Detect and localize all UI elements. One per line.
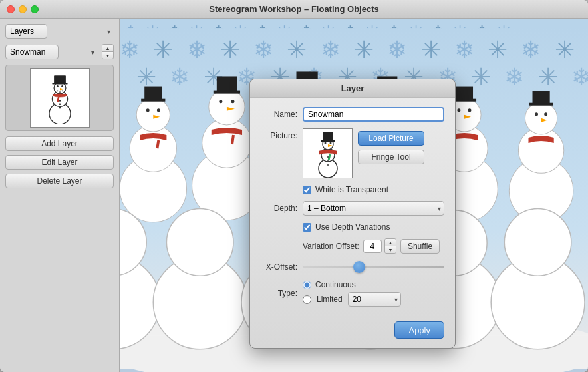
- layers-dropdown-wrapper: Layers: [5, 24, 114, 39]
- svg-point-83: [468, 108, 471, 112]
- minimize-button[interactable]: [19, 5, 27, 13]
- layer-stepper[interactable]: ▲ ▼: [102, 44, 114, 59]
- svg-point-90: [535, 112, 538, 116]
- type-continuous-radio[interactable]: [303, 281, 311, 289]
- maximize-button[interactable]: [31, 5, 39, 13]
- svg-text:❄: ❄: [170, 63, 190, 91]
- svg-point-13: [59, 107, 61, 109]
- svg-rect-4: [54, 75, 66, 83]
- layer-thumbnail: [30, 68, 90, 128]
- svg-rect-89: [533, 91, 550, 104]
- svg-point-50: [146, 108, 150, 112]
- use-depth-variations-row: Use Depth Variations: [261, 222, 444, 232]
- sidebar-buttons: Add Layer Edit Layer Delete Layer: [5, 136, 114, 188]
- svg-text:❄: ❄: [571, 63, 588, 91]
- svg-point-104: [504, 209, 571, 276]
- white-transparent-row: White is Transparent: [261, 185, 444, 194]
- delete-layer-button[interactable]: Delete Layer: [5, 174, 114, 188]
- layer-select[interactable]: Snowman: [5, 45, 59, 59]
- svg-text:✳: ✳: [287, 36, 307, 63]
- variation-offset-down[interactable]: ▼: [385, 246, 396, 253]
- variation-offset-stepper[interactable]: ▲ ▼: [384, 238, 396, 254]
- svg-point-111: [329, 142, 331, 144]
- type-continuous-row: Continuous: [303, 280, 401, 289]
- svg-text:✳: ✳: [153, 36, 173, 63]
- svg-point-110: [324, 142, 326, 144]
- svg-text:❄: ❄: [120, 36, 140, 63]
- use-depth-variations-checkbox[interactable]: [303, 223, 311, 232]
- layers-dropdown[interactable]: Layers: [5, 24, 47, 39]
- xoffset-slider-thumb[interactable]: [353, 261, 365, 273]
- svg-text:❄: ❄: [504, 63, 524, 91]
- svg-text:❄: ❄: [521, 36, 541, 63]
- type-limited-radio[interactable]: [303, 295, 311, 304]
- svg-text:❄: ❄: [387, 36, 407, 63]
- type-limited-row: Limited 20 10 30 50: [303, 292, 401, 307]
- picture-row: Picture:: [261, 128, 444, 178]
- picture-label: Picture:: [261, 128, 297, 140]
- svg-point-9: [59, 91, 61, 93]
- depth-select[interactable]: 1 – Bottom 2 3 4 5 – Top: [303, 201, 444, 216]
- svg-text:✳: ✳: [136, 63, 156, 91]
- main-area: Layers Snowman ▲ ▼: [0, 19, 588, 372]
- svg-text:✳: ✳: [471, 63, 491, 91]
- use-depth-variations-label: Use Depth Variations: [315, 222, 390, 232]
- shuffle-button[interactable]: Shuffle: [400, 239, 440, 254]
- svg-text:✳: ✳: [354, 36, 374, 63]
- variation-offset-stepper-wrapper: 4 ▲ ▼: [363, 238, 396, 254]
- svg-point-55: [209, 89, 245, 125]
- modal-content: Name: Picture:: [250, 98, 455, 316]
- svg-point-91: [544, 112, 547, 116]
- modal-title: Layer: [250, 79, 455, 98]
- depth-label: Depth:: [261, 204, 297, 213]
- fringe-tool-button[interactable]: Fringe Tool: [358, 150, 424, 164]
- edit-layer-button[interactable]: Edit Layer: [5, 155, 114, 170]
- picture-snowman-svg: [305, 128, 351, 178]
- type-options: Continuous Limited 20 10: [303, 280, 401, 307]
- type-continuous-label: Continuous: [315, 280, 356, 289]
- variation-offset-value: 4: [363, 240, 382, 253]
- apply-button[interactable]: Apply: [394, 321, 444, 339]
- svg-point-10: [61, 90, 63, 91]
- svg-point-8: [57, 90, 58, 91]
- svg-point-6: [61, 85, 63, 87]
- xoffset-label: X-Offset:: [261, 262, 297, 272]
- depth-select-wrapper: 1 – Bottom 2 3 4 5 – Top: [303, 201, 444, 216]
- limited-select[interactable]: 20 10 30 50: [348, 292, 401, 307]
- svg-text:❄: ❄: [187, 36, 207, 63]
- layer-select-wrapper: Snowman: [5, 45, 98, 59]
- name-label: Name:: [261, 110, 297, 119]
- svg-text:✳: ✳: [220, 36, 240, 63]
- variation-offset-up[interactable]: ▲: [385, 239, 396, 246]
- svg-point-5: [57, 85, 59, 87]
- xoffset-row: X-Offset:: [261, 260, 444, 274]
- name-input[interactable]: [303, 107, 444, 122]
- traffic-lights: [7, 5, 39, 13]
- svg-point-11: [59, 100, 61, 102]
- type-limited-label: Limited: [317, 295, 343, 304]
- type-label: Type:: [261, 289, 297, 298]
- svg-text:❄: ❄: [253, 36, 273, 63]
- layer-down-btn[interactable]: ▼: [102, 52, 113, 59]
- layer-up-btn[interactable]: ▲: [102, 45, 113, 51]
- layer-select-header: Snowman ▲ ▼: [5, 44, 114, 59]
- svg-rect-57: [217, 76, 237, 91]
- snowman-thumbnail-svg: [33, 71, 86, 124]
- xoffset-slider[interactable]: [303, 266, 444, 268]
- white-transparent-checkbox[interactable]: [303, 186, 311, 194]
- svg-point-51: [157, 108, 160, 112]
- variation-offset-label: Variation Offset:: [303, 242, 359, 251]
- add-layer-button[interactable]: Add Layer: [5, 136, 114, 151]
- svg-point-59: [231, 100, 234, 103]
- svg-text:✳: ✳: [538, 63, 558, 91]
- svg-text:❄: ❄: [454, 36, 474, 63]
- modal-footer: Apply: [250, 316, 455, 348]
- variation-offset-row: Variation Offset: 4 ▲ ▼ Shuffle: [261, 238, 444, 254]
- titlebar: Stereogram Workshop – Floating Objects: [0, 0, 588, 19]
- close-button[interactable]: [7, 5, 15, 13]
- svg-text:✳: ✳: [555, 36, 575, 63]
- load-picture-button[interactable]: Load Picture: [358, 131, 424, 146]
- svg-rect-109: [323, 132, 333, 140]
- svg-text:❄: ❄: [321, 36, 341, 63]
- svg-rect-49: [144, 87, 162, 100]
